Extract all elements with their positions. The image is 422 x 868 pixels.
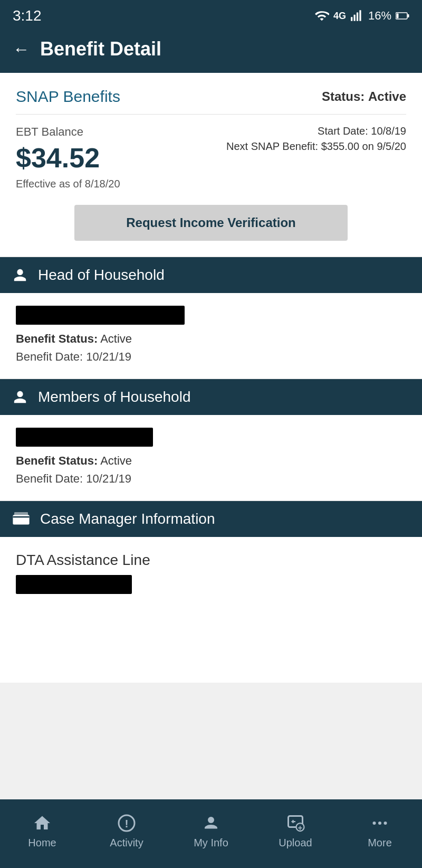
members-of-household-header: Members of Household bbox=[0, 379, 422, 415]
activity-icon: ! bbox=[117, 814, 136, 833]
status-time: 3:12 bbox=[13, 7, 42, 24]
status-icons: 4G 16% bbox=[314, 8, 409, 23]
svg-point-16 bbox=[373, 822, 376, 825]
battery-icon bbox=[396, 11, 409, 21]
case-manager-title: Case Manager Information bbox=[40, 511, 215, 527]
page-header: ← Benefit Detail bbox=[0, 30, 422, 73]
ebt-section: EBT Balance $34.52 Effective as of 8/18/… bbox=[16, 125, 406, 190]
main-content: SNAP Benefits Status: Active EBT Balance… bbox=[0, 73, 422, 683]
battery-level: 16% bbox=[368, 9, 391, 23]
svg-rect-5 bbox=[408, 14, 409, 17]
members-of-household-title: Members of Household bbox=[38, 389, 190, 405]
svg-point-17 bbox=[378, 822, 381, 825]
member-benefit-date: Benefit Date: 10/21/19 bbox=[16, 472, 406, 486]
start-date: Start Date: 10/8/19 bbox=[226, 125, 406, 137]
snap-title: SNAP Benefits bbox=[16, 88, 120, 106]
nav-home-label: Home bbox=[28, 837, 56, 849]
head-of-household-header: Head of Household bbox=[0, 257, 422, 293]
head-of-household-item: Benefit Status: Active Benefit Date: 10/… bbox=[0, 293, 422, 379]
svg-rect-0 bbox=[351, 17, 352, 21]
ebt-left: EBT Balance $34.52 Effective as of 8/18/… bbox=[16, 125, 120, 190]
nav-more[interactable]: More bbox=[338, 799, 422, 868]
nav-upload[interactable]: + Upload bbox=[253, 799, 338, 868]
ebt-label: EBT Balance bbox=[16, 125, 120, 139]
nav-more-label: More bbox=[368, 837, 392, 849]
wifi-icon bbox=[314, 8, 329, 23]
member-item: Benefit Status: Active Benefit Date: 10/… bbox=[0, 415, 422, 501]
home-icon bbox=[33, 814, 52, 833]
svg-rect-3 bbox=[359, 10, 361, 21]
income-verification-button[interactable]: Request Income Verification bbox=[74, 205, 348, 241]
myinfo-icon bbox=[202, 814, 220, 833]
signal-icon bbox=[350, 9, 364, 23]
nav-home[interactable]: Home bbox=[0, 799, 84, 868]
svg-rect-8 bbox=[14, 512, 28, 516]
hoh-benefit-date: Benefit Date: 10/21/19 bbox=[16, 350, 406, 364]
ebt-effective-date: Effective as of 8/18/20 bbox=[16, 178, 120, 190]
svg-rect-6 bbox=[397, 14, 399, 18]
snap-benefits-section: SNAP Benefits Status: Active EBT Balance… bbox=[0, 73, 422, 257]
svg-rect-2 bbox=[357, 13, 358, 21]
svg-point-12 bbox=[208, 817, 214, 823]
case-manager-header: Case Manager Information bbox=[0, 501, 422, 537]
next-snap-benefit: Next SNAP Benefit: $355.00 on 9/5/20 bbox=[226, 140, 406, 153]
svg-rect-1 bbox=[353, 15, 355, 21]
svg-point-18 bbox=[384, 822, 387, 825]
nav-myinfo-label: My Info bbox=[194, 837, 228, 849]
svg-text:!: ! bbox=[125, 817, 129, 829]
dta-assistance-label: DTA Assistance Line bbox=[16, 552, 406, 569]
back-button[interactable]: ← bbox=[13, 40, 30, 59]
snap-header: SNAP Benefits Status: Active bbox=[16, 88, 406, 115]
nav-activity-label: Activity bbox=[110, 837, 143, 849]
svg-rect-9 bbox=[13, 516, 29, 518]
upload-icon: + bbox=[286, 814, 305, 833]
ebt-balance: $34.52 bbox=[16, 142, 120, 174]
ebt-right: Start Date: 10/8/19 Next SNAP Benefit: $… bbox=[226, 125, 406, 153]
person-icon bbox=[13, 268, 27, 282]
head-of-household-title: Head of Household bbox=[38, 267, 165, 284]
nav-upload-label: Upload bbox=[279, 837, 312, 849]
redacted-phone bbox=[16, 575, 132, 594]
nav-myinfo[interactable]: My Info bbox=[169, 799, 253, 868]
members-icon bbox=[13, 390, 27, 404]
snap-status: Status: Active bbox=[322, 89, 406, 104]
hoh-benefit-status: Benefit Status: Active bbox=[16, 332, 406, 346]
more-icon bbox=[370, 814, 389, 833]
bottom-nav: Home ! Activity My Info + Upload bbox=[0, 799, 422, 868]
status-bar: 3:12 4G 16% bbox=[0, 0, 422, 30]
case-manager-content: DTA Assistance Line bbox=[0, 537, 422, 609]
nav-activity[interactable]: ! Activity bbox=[84, 799, 169, 868]
page-title: Benefit Detail bbox=[40, 38, 161, 60]
case-manager-icon bbox=[13, 512, 30, 526]
redacted-name-hoh bbox=[16, 306, 185, 325]
member-benefit-status: Benefit Status: Active bbox=[16, 454, 406, 468]
snap-status-value: Active bbox=[368, 89, 406, 103]
svg-text:+: + bbox=[298, 823, 303, 832]
redacted-name-member bbox=[16, 428, 153, 447]
lte-icon: 4G bbox=[333, 11, 346, 22]
